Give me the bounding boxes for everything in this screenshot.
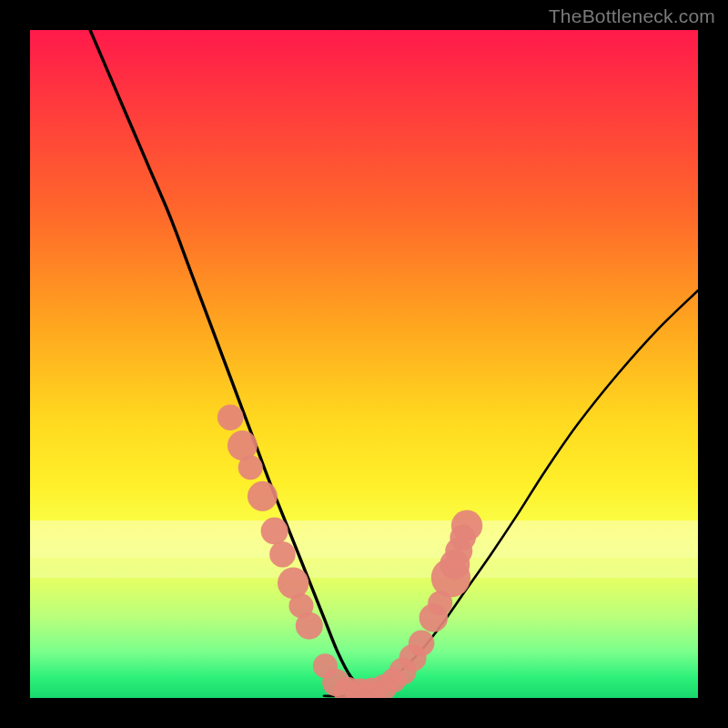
data-marker bbox=[261, 517, 288, 544]
data-marker bbox=[217, 404, 244, 430]
series-left-branch bbox=[90, 30, 378, 695]
data-marker bbox=[409, 631, 435, 657]
series-right-branch bbox=[324, 290, 698, 696]
series-group bbox=[90, 30, 698, 696]
data-marker bbox=[451, 510, 482, 541]
watermark-text: TheBottleneck.com bbox=[549, 5, 715, 27]
plot-area bbox=[30, 30, 698, 698]
data-marker bbox=[238, 455, 263, 480]
data-marker bbox=[248, 481, 278, 511]
chart-frame: TheBottleneck.com bbox=[0, 0, 728, 728]
data-marker bbox=[269, 541, 296, 568]
chart-svg bbox=[30, 30, 698, 698]
data-marker bbox=[296, 612, 323, 640]
